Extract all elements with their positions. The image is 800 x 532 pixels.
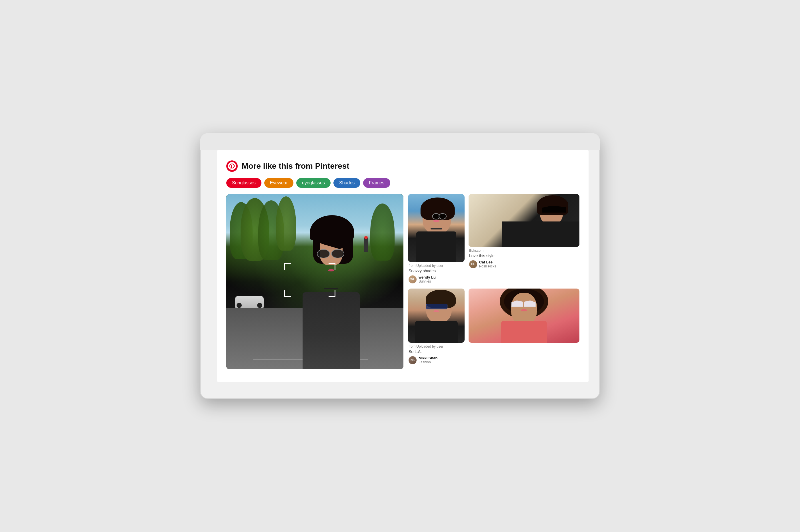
lens-right: [331, 249, 344, 258]
tag-shades[interactable]: Shades: [333, 178, 360, 188]
main-image: [226, 194, 403, 369]
pin2-source: flickr.com: [469, 249, 579, 252]
screen: More like this from Pinterest Sunglasses…: [217, 150, 588, 382]
lens-left: [317, 249, 330, 258]
car: [235, 296, 264, 308]
main-image-container[interactable]: [226, 194, 403, 369]
pin2-bg: [469, 194, 579, 247]
pin3-avatar: NS: [408, 356, 417, 364]
p4-body: [501, 321, 547, 343]
pinterest-logo-icon: [226, 160, 238, 172]
p1-necklace: [431, 228, 442, 229]
focus-corner-br: [329, 290, 335, 297]
pin-card-4[interactable]: [469, 288, 579, 369]
pin2-user-info: Cat Lee Posh Picks: [479, 260, 496, 268]
header: More like this from Pinterest: [226, 160, 579, 172]
pin1-avatar-initials: WL: [408, 276, 417, 283]
pin-card-2[interactable]: flickr.com Love this style CL Cat Lee Po…: [469, 194, 579, 284]
sunglasses: [317, 249, 344, 258]
pin-card-3[interactable]: from Uploaded by user So L.A. NS Nikki S…: [408, 288, 465, 369]
pin2-avatar-initials: CL: [469, 260, 477, 268]
p3-lips: [433, 310, 439, 312]
pin3-bg: [408, 288, 465, 343]
focus-rectangle: [284, 263, 335, 297]
pin2-avatar: CL: [469, 260, 477, 268]
pin3-source: from Uploaded by user: [408, 344, 464, 348]
pin1-source: from Uploaded by user: [408, 264, 464, 268]
p1-body: [416, 231, 456, 262]
pin2-username: Cat Lee: [479, 260, 496, 264]
p1-mouth: [433, 220, 439, 222]
pin1-bg: [408, 194, 465, 262]
p4-face: [511, 293, 537, 324]
pin4-image: [469, 288, 579, 343]
tags-row: Sunglasses Eyewear eyeglasses Shades Fra…: [226, 178, 579, 188]
pin1-description: Snazzy shades: [408, 269, 464, 273]
p4-lips: [521, 309, 527, 311]
focus-corner-bl: [284, 290, 291, 297]
pin1-image: [408, 194, 465, 262]
pin3-user-info: Nikki Shah Fashion: [419, 356, 437, 364]
pin1-board: Sunnies: [419, 280, 436, 283]
pin3-description: So L.A.: [408, 349, 464, 354]
car-wheel-left: [237, 303, 242, 308]
focus-corner-tl: [284, 263, 291, 270]
tag-eyeglasses[interactable]: eyeglasses: [296, 178, 331, 188]
p3-body: [415, 321, 458, 343]
pin2-board: Posh Picks: [479, 264, 496, 268]
pin1-user-info: wendy Lu Sunnies: [419, 275, 436, 283]
bottom-pins-row: from Uploaded by user So L.A. NS Nikki S…: [408, 288, 579, 369]
pin3-image: [408, 288, 465, 343]
p3-sunglasses: [426, 304, 448, 309]
pin3-username: Nikki Shah: [419, 356, 437, 360]
pin1-user: WL wendy Lu Sunnies: [408, 275, 464, 283]
pin1-meta: from Uploaded by user Snazzy shades WL w…: [408, 262, 465, 284]
tag-eyewear[interactable]: Eyewear: [264, 178, 293, 188]
pin1-username: wendy Lu: [419, 275, 436, 280]
pin2-description: Love this style: [469, 253, 579, 258]
pin2-user: CL Cat Lee Posh Picks: [469, 260, 579, 268]
pin1-avatar: WL: [408, 276, 417, 283]
pin3-board: Fashion: [419, 360, 437, 364]
p1-lens-r: [439, 213, 447, 220]
pin2-image: [469, 194, 579, 247]
pin-card-1[interactable]: from Uploaded by user Snazzy shades WL w…: [408, 194, 465, 284]
focus-corner-tr: [329, 263, 335, 270]
body: [303, 292, 360, 369]
car-wheel-right: [257, 303, 262, 308]
page-title: More like this from Pinterest: [242, 162, 349, 171]
pin4-bg: [469, 288, 579, 343]
p4-sunglasses: [511, 301, 536, 307]
pin3-meta: from Uploaded by user So L.A. NS Nikki S…: [408, 343, 465, 365]
p2-body: [502, 222, 579, 247]
pin2-meta: flickr.com Love this style CL Cat Lee Po…: [469, 247, 579, 269]
content-area: from Uploaded by user Snazzy shades WL w…: [226, 194, 579, 369]
top-pins-row: from Uploaded by user Snazzy shades WL w…: [408, 194, 579, 284]
p4-lens-l: [511, 301, 523, 307]
tag-sunglasses[interactable]: Sunglasses: [226, 178, 261, 188]
pin3-avatar-initials: NS: [408, 356, 417, 364]
right-column: from Uploaded by user Snazzy shades WL w…: [408, 194, 579, 369]
tag-frames[interactable]: Frames: [363, 178, 390, 188]
p4-lens-r: [524, 301, 536, 307]
pin3-user: NS Nikki Shah Fashion: [408, 356, 464, 364]
tablet-frame: More like this from Pinterest Sunglasses…: [200, 133, 600, 399]
